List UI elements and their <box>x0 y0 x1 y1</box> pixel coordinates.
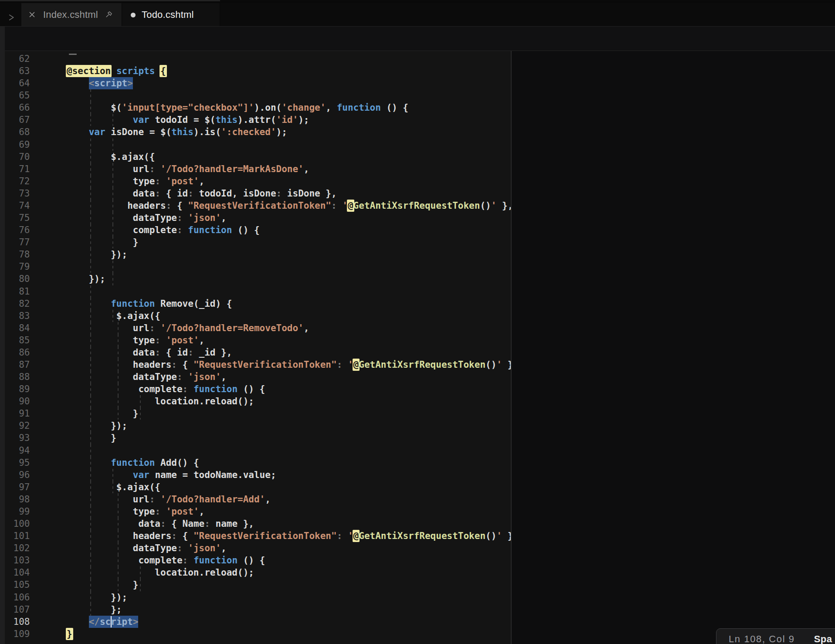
code-line-67[interactable]: 67 var todoId = $(this).attr('id'); <box>0 114 511 126</box>
code-text: <script> <box>45 77 133 89</box>
code-line-81[interactable]: 81 <box>0 285 511 298</box>
indent-guide <box>140 579 141 591</box>
window-top-strip-right <box>220 0 835 1</box>
code-line-62[interactable]: 62 <box>0 53 511 65</box>
code-text: dataType: 'json', <box>45 212 227 224</box>
code-text: headers: { "RequestVerificationToken": '… <box>45 530 519 542</box>
code-line-107[interactable]: 107 }; <box>0 603 511 616</box>
indentation-label[interactable]: Spa <box>814 634 832 644</box>
code-line-74[interactable]: 74 headers: { "RequestVerificationToken"… <box>0 200 511 212</box>
code-line-98[interactable]: 98 url: '/Todo?handler=Add', <box>0 493 511 505</box>
code-text: $.ajax({ <box>45 310 161 322</box>
code-line-82[interactable]: 82 function Remove(_id) { <box>0 298 511 310</box>
code-line-76[interactable]: 76 complete: function () { <box>0 224 511 236</box>
tab-label: Index.cshtml <box>43 9 98 20</box>
code-line-103[interactable]: 103 complete: function () { <box>0 554 511 566</box>
code-line-78[interactable]: 78 }); <box>0 248 511 261</box>
code-line-85[interactable]: 85 type: 'post', <box>0 334 511 346</box>
code-line-109[interactable]: 109 } <box>0 628 511 640</box>
code-text: location.reload(); <box>45 395 254 407</box>
indent-guide <box>112 261 113 273</box>
code-line-105[interactable]: 105 } <box>0 579 511 591</box>
code-text: $.ajax({ <box>45 481 161 493</box>
code-text: complete: function () { <box>45 224 260 236</box>
indent-guide <box>112 273 113 285</box>
indent-guide <box>90 89 91 102</box>
code-line-83[interactable]: 83 $.ajax({ <box>0 310 511 322</box>
code-line-70[interactable]: 70 $.ajax({ <box>0 151 511 163</box>
code-text: data: { id: todoId, isDone: isDone }, <box>45 187 337 200</box>
code-line-102[interactable]: 102 dataType: 'json', <box>0 542 511 554</box>
code-text: url: '/Todo?handler=MarkAsDone', <box>45 163 309 175</box>
code-text: }); <box>45 273 105 285</box>
code-line-104[interactable]: 104 location.reload(); <box>0 566 511 579</box>
editor-pane[interactable]: 6263 @section scripts {64 <script>6566 $… <box>0 51 511 644</box>
code-text: function Remove(_id) { <box>45 298 232 310</box>
code-line-86[interactable]: 86 data: { id: _id }, <box>0 346 511 359</box>
indent-guide <box>90 444 91 457</box>
code-line-106[interactable]: 106 }); <box>0 591 511 603</box>
code-line-88[interactable]: 88 dataType: 'json', <box>0 371 511 383</box>
selection-highlight: </script> <box>89 616 139 628</box>
code-line-90[interactable]: 90 location.reload(); <box>0 395 511 407</box>
code-text: } <box>45 236 139 248</box>
code-line-72[interactable]: 72 type: 'post', <box>0 175 511 187</box>
code-text: $('input[type="checkbox"]').on('change',… <box>45 102 409 114</box>
code-text: }); <box>45 420 128 432</box>
code-line-92[interactable]: 92 }); <box>0 420 511 432</box>
code-line-69[interactable]: 69 <box>0 139 511 151</box>
chevron-right-icon[interactable] <box>7 14 15 21</box>
code-line-73[interactable]: 73 data: { id: todoId, isDone: isDone }, <box>0 187 511 200</box>
code-text: url: '/Todo?handler=Add', <box>45 493 271 505</box>
code-line-84[interactable]: 84 url: '/Todo?handler=RemoveTodo', <box>0 322 511 334</box>
indent-guide <box>140 407 141 420</box>
code-text: data: { Name: name }, <box>45 518 255 530</box>
code-line-68[interactable]: 68 var isDone = $(this).is(':checked'); <box>0 126 511 138</box>
code-line-87[interactable]: 87 headers: { "RequestVerificationToken"… <box>0 359 511 371</box>
code-line-66[interactable]: 66 $('input[type="checkbox"]').on('chang… <box>0 102 511 114</box>
code-line-94[interactable]: 94 <box>0 444 511 457</box>
empty-editor-group <box>512 51 835 644</box>
code-line-79[interactable]: 79 <box>0 261 511 273</box>
code-text: } <box>45 628 72 640</box>
code-line-101[interactable]: 101 headers: { "RequestVerificationToken… <box>0 530 511 542</box>
code-line-80[interactable]: 80 }); <box>0 273 511 285</box>
code-line-95[interactable]: 95 function Add() { <box>0 457 511 469</box>
code-line-99[interactable]: 99 type: 'post', <box>0 505 511 518</box>
code-text: dataType: 'json', <box>45 542 227 554</box>
code-text: var name = todoName.value; <box>45 469 276 481</box>
code-text: } <box>45 579 139 591</box>
code-text: </script> <box>45 616 139 628</box>
code-line-108[interactable]: 108 </script> <box>0 616 511 628</box>
code-line-63[interactable]: 63 @section scripts { <box>0 65 511 77</box>
dirty-indicator-icon[interactable] <box>131 13 136 17</box>
code-line-97[interactable]: 97 $.ajax({ <box>0 481 511 493</box>
code-text: type: 'post', <box>45 334 205 346</box>
tab-todo-cshtml[interactable]: Todo.cshtml <box>122 3 220 27</box>
breadcrumbs-bar <box>0 27 835 51</box>
close-icon[interactable] <box>29 11 35 18</box>
code-line-93[interactable]: 93 } <box>0 432 511 444</box>
code-text: }); <box>45 248 128 261</box>
code-text: }); <box>45 591 128 603</box>
code-line-91[interactable]: 91 } <box>0 407 511 420</box>
tab-index-cshtml[interactable]: Index.cshtml <box>21 3 122 26</box>
code-line-71[interactable]: 71 url: '/Todo?handler=MarkAsDone', <box>0 163 511 175</box>
code-text: url: '/Todo?handler=RemoveTodo', <box>45 322 309 334</box>
code-text: complete: function () { <box>45 554 265 566</box>
cursor-position[interactable]: Ln 108, Col 9 <box>729 634 795 644</box>
code-line-96[interactable]: 96 var name = todoName.value; <box>0 469 511 481</box>
code-line-75[interactable]: 75 dataType: 'json', <box>0 212 511 224</box>
code-line-77[interactable]: 77 } <box>0 236 511 248</box>
selection-highlight: <script> <box>89 77 133 89</box>
code-line-65[interactable]: 65 <box>0 89 511 102</box>
pin-icon[interactable] <box>105 11 112 18</box>
code-text: data: { id: _id }, <box>45 346 232 359</box>
code-line-64[interactable]: 64 <script> <box>0 77 511 89</box>
left-edge-strip <box>0 27 5 644</box>
code-line-89[interactable]: 89 complete: function () { <box>0 383 511 395</box>
code-text: dataType: 'json', <box>45 371 227 383</box>
code-text: function Add() { <box>45 457 199 469</box>
code-line-100[interactable]: 100 data: { Name: name }, <box>0 518 511 530</box>
indent-guide <box>90 285 91 298</box>
